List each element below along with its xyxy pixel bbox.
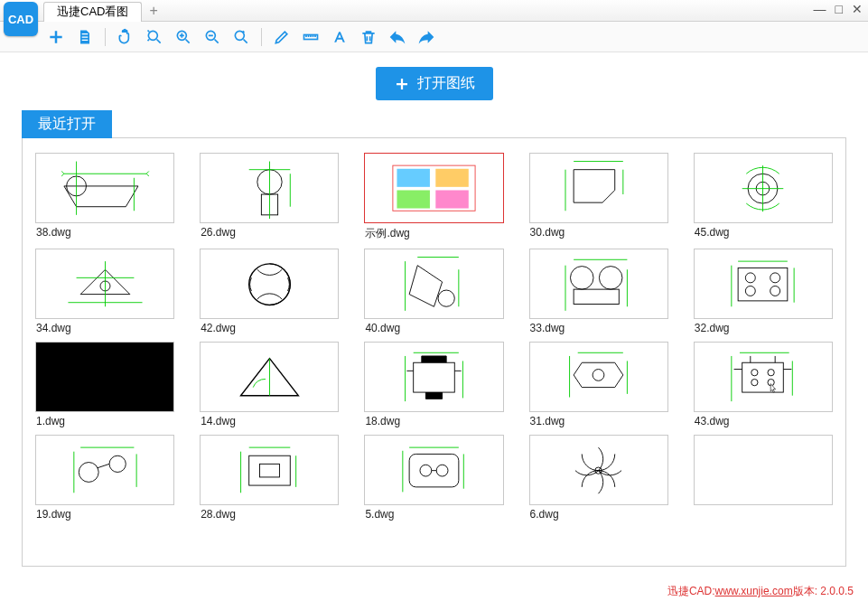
file-thumbnail [694,435,833,505]
open-file-label: 打开图纸 [417,74,475,93]
zoom-in-icon[interactable] [173,26,194,48]
file-name: 43.dwg [694,412,833,427]
file-card[interactable]: 38.dwg [35,153,174,241]
file-card[interactable]: 1.dwg [35,342,174,427]
file-card[interactable]: 示例.dwg [364,153,503,241]
plus-icon [394,76,410,92]
file-name: 28.dwg [200,505,339,521]
file-thumbnail [529,435,668,505]
file-name: 34.dwg [35,319,174,334]
delete-icon[interactable] [358,26,379,48]
file-card[interactable]: 40.dwg [364,249,503,334]
svg-point-3 [235,31,244,40]
file-thumbnail [364,435,503,505]
zoom-fit-icon[interactable] [144,26,165,48]
file-name [694,505,833,508]
edit-icon[interactable] [271,26,293,48]
file-thumbnail [200,435,339,505]
footer-url[interactable]: www.xunjie.com [715,585,793,597]
file-card[interactable]: 43.dwg [694,342,833,427]
app-icon: CAD [4,2,38,36]
file-name: 19.dwg [35,505,174,521]
file-card[interactable]: 6.dwg [529,435,668,521]
file-card[interactable]: 26.dwg [200,153,339,241]
file-thumbnail [364,342,503,412]
file-thumbnail [35,435,174,505]
file-card[interactable]: 5.dwg [364,435,503,521]
file-icon[interactable] [74,26,96,48]
file-thumbnail [364,153,503,223]
file-name: 26.dwg [200,223,339,239]
file-name: 33.dwg [529,319,668,334]
rotate-icon[interactable] [230,26,252,48]
status-bar: 迅捷CAD: www.xunjie.com 版本: 2.0.0.5 [0,581,868,601]
file-card[interactable]: 31.dwg [529,342,668,427]
svg-point-0 [148,31,157,40]
file-name: 38.dwg [35,223,174,239]
recent-files-label: 最近打开 [22,110,112,138]
file-card[interactable]: 32.dwg [694,249,833,334]
file-card[interactable]: 30.dwg [529,153,668,241]
close-button[interactable]: ✕ [852,2,863,16]
file-name: 40.dwg [364,319,503,334]
file-thumbnail [35,342,174,412]
file-card[interactable] [694,435,833,521]
footer-suffix: 版本: 2.0.0.5 [793,584,854,599]
file-card[interactable]: 28.dwg [200,435,339,521]
file-card[interactable]: 42.dwg [200,249,339,334]
file-thumbnail [529,249,668,319]
file-card[interactable]: 45.dwg [694,153,833,241]
file-card[interactable]: 18.dwg [364,342,503,427]
ruler-icon[interactable] [300,26,322,48]
file-thumbnail [364,249,503,319]
toolbar [0,22,868,52]
file-thumbnail [529,153,668,223]
text-icon[interactable] [329,26,350,48]
file-card[interactable]: 34.dwg [35,249,174,334]
file-name: 32.dwg [694,319,833,334]
tab-current[interactable]: 迅捷CAD看图 [43,2,142,22]
file-card[interactable]: 14.dwg [200,342,339,427]
plus-icon[interactable] [45,26,67,48]
open-file-button[interactable]: 打开图纸 [376,67,493,100]
titlebar: CAD 迅捷CAD看图 + — □ ✕ [0,0,868,22]
file-thumbnail [529,342,668,412]
footer-prefix: 迅捷CAD: [667,584,715,599]
minimize-button[interactable]: — [814,2,826,16]
file-thumbnail [694,342,833,412]
file-name: 18.dwg [364,412,503,427]
file-thumbnail [35,249,174,319]
file-card[interactable]: 33.dwg [529,249,668,334]
zoom-out-icon[interactable] [201,26,223,48]
file-name: 30.dwg [529,223,668,239]
file-name: 1.dwg [35,412,174,427]
file-name: 42.dwg [200,319,339,334]
redo-icon[interactable] [415,26,437,48]
new-tab-button[interactable]: + [149,3,157,19]
maximize-button[interactable]: □ [835,2,843,16]
recent-files-panel: 38.dwg26.dwg示例.dwg30.dwg45.dwg34.dwg42.d… [22,137,846,567]
pan-icon[interactable] [115,26,136,48]
file-thumbnail [694,249,833,319]
file-thumbnail [694,153,833,223]
file-name: 31.dwg [529,412,668,427]
content-area: 打开图纸 最近打开 38.dwg26.dwg示例.dwg30.dwg45.dwg… [0,52,868,581]
file-name: 6.dwg [529,505,668,521]
file-name: 示例.dwg [364,223,503,241]
undo-icon[interactable] [387,26,408,48]
file-thumbnail [35,153,174,223]
file-thumbnail [200,153,339,223]
file-thumbnail [200,342,339,412]
file-name: 5.dwg [364,505,503,521]
file-card[interactable]: 19.dwg [35,435,174,521]
file-name: 14.dwg [200,412,339,427]
file-name: 45.dwg [694,223,833,239]
file-thumbnail [200,249,339,319]
